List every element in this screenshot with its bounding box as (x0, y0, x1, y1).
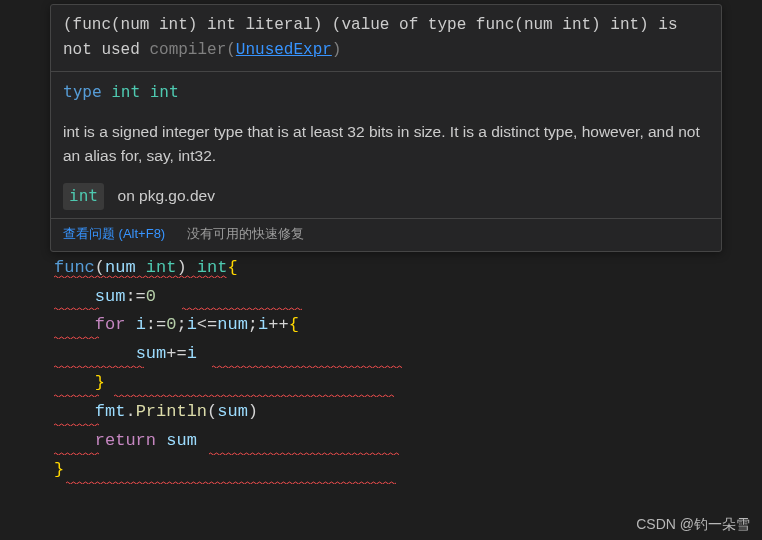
keyword-type: type (63, 82, 102, 101)
pkg-link-row: int on pkg.go.dev (51, 175, 721, 218)
pkg-link-text[interactable]: on pkg.go.dev (118, 187, 215, 204)
code-line-3[interactable]: for i:=0;i<=num;i++{ (54, 311, 762, 340)
type-signature: type int int (51, 72, 721, 113)
diagnostic-source: compiler (149, 41, 226, 59)
pkg-badge[interactable]: int (63, 183, 104, 210)
code-line-7[interactable]: return sum (54, 427, 762, 456)
tooltip-footer: 查看问题 (Alt+F8) 没有可用的快速修复 (51, 219, 721, 251)
code-line-2[interactable]: sum:=0 (54, 283, 762, 312)
code-line-5[interactable]: } (54, 369, 762, 398)
type-base: int (150, 82, 179, 101)
view-problem-link[interactable]: 查看问题 (Alt+F8) (63, 226, 165, 241)
hover-tooltip: (func(num int) int literal) (value of ty… (50, 4, 722, 252)
watermark: CSDN @钓一朵雪 (636, 516, 750, 534)
code-line-8[interactable]: } (54, 456, 762, 485)
code-line-4[interactable]: sum+=i (54, 340, 762, 369)
code-line-1[interactable]: func(num int) int{ (54, 254, 762, 283)
diagnostic-message: (func(num int) int literal) (value of ty… (51, 5, 721, 71)
no-quickfix-label: 没有可用的快速修复 (187, 226, 304, 241)
type-name: int (111, 82, 140, 101)
diagnostic-rule-link[interactable]: UnusedExpr (236, 41, 332, 59)
type-documentation: int is a signed integer type that is at … (51, 112, 721, 175)
code-editor[interactable]: func(num int) int{ sum:=0 for i:=0;i<=nu… (0, 252, 762, 485)
code-line-6[interactable]: fmt.Println(sum) (54, 398, 762, 427)
